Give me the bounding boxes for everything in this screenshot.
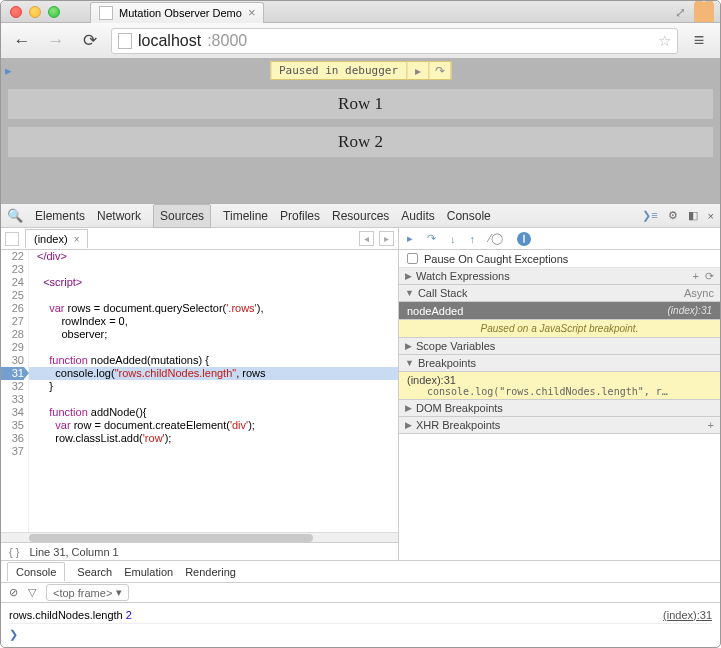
navigator-icon[interactable]	[5, 232, 19, 246]
url-host: localhost	[138, 32, 201, 50]
devtools-tabbar: 🔍 Elements Network Sources Timeline Prof…	[1, 204, 720, 228]
chevron-right-icon: ▶	[405, 341, 412, 351]
tab-audits[interactable]: Audits	[401, 209, 434, 223]
breakpoints-header[interactable]: ▼ Breakpoints	[399, 355, 720, 372]
devtools: 🔍 Elements Network Sources Timeline Prof…	[1, 203, 720, 645]
refresh-watch-icon[interactable]: ⟳	[705, 270, 714, 283]
page-viewport: ▸ Paused in debugger ▸ ↷ Row 1 Row 2	[1, 59, 720, 203]
browser-tab[interactable]: Mutation Observer Demo ×	[90, 2, 264, 23]
menu-button[interactable]: ≡	[686, 28, 712, 54]
line-gutter[interactable]: 22232425262728293031323334353637	[1, 250, 29, 532]
expand-window-icon[interactable]: ⤢	[675, 5, 686, 20]
close-tab-icon[interactable]: ×	[248, 5, 256, 20]
chevron-down-icon: ▾	[116, 586, 122, 599]
tab-timeline[interactable]: Timeline	[223, 209, 268, 223]
back-button[interactable]: ←	[9, 28, 35, 54]
tab-profiles[interactable]: Profiles	[280, 209, 320, 223]
next-icon[interactable]: ▸	[379, 231, 394, 246]
horizontal-scrollbar[interactable]	[1, 532, 398, 542]
breakpoint-code: console.log("rows.childNodes.length", r…	[407, 386, 712, 397]
step-out-icon[interactable]: ↑	[470, 233, 476, 245]
code-editor[interactable]: 22232425262728293031323334353637 </div> …	[1, 250, 398, 532]
drawer-tab-console[interactable]: Console	[7, 562, 65, 581]
xhr-breakpoints-header[interactable]: ▶ XHR Breakpoints +	[399, 417, 720, 434]
chevron-down-icon: ▼	[405, 288, 414, 298]
paused-reason: Paused on a JavaScript breakpoint.	[399, 320, 720, 338]
zoom-window-button[interactable]	[48, 6, 60, 18]
page-row: Row 2	[8, 127, 713, 157]
step-into-icon[interactable]: ↓	[450, 233, 456, 245]
tab-elements[interactable]: Elements	[35, 209, 85, 223]
callstack-header[interactable]: ▼ Call Stack Async	[399, 285, 720, 302]
reload-button[interactable]: ⟳	[77, 28, 103, 54]
breakpoint-location: (index):31	[407, 374, 456, 386]
source-tabbar: (index) × ◂ ▸	[1, 228, 398, 250]
prev-icon[interactable]: ◂	[359, 231, 374, 246]
bookmark-icon[interactable]: ☆	[658, 32, 671, 50]
drawer-tab-emulation[interactable]: Emulation	[124, 566, 173, 578]
add-watch-icon[interactable]: +	[693, 270, 699, 283]
resume-overlay-icon[interactable]: ▸	[5, 63, 21, 75]
minimize-window-button[interactable]	[29, 6, 41, 18]
pretty-print-icon[interactable]: { }	[9, 546, 19, 558]
traffic-lights	[1, 6, 60, 18]
chevron-right-icon: ▶	[405, 420, 412, 430]
page-row: Row 1	[8, 89, 713, 119]
callstack-frame-active[interactable]: nodeAdded (index):31	[399, 302, 720, 320]
dom-breakpoints-header[interactable]: ▶ DOM Breakpoints	[399, 400, 720, 417]
source-file-tab[interactable]: (index) ×	[25, 229, 88, 248]
forward-button[interactable]: →	[43, 28, 69, 54]
pause-caught-checkbox[interactable]	[407, 253, 418, 264]
stack-frame-location: (index):31	[668, 305, 712, 316]
pause-message: Paused in debugger	[270, 61, 407, 80]
drawer-tab-search[interactable]: Search	[77, 566, 112, 578]
cursor-position: Line 31, Column 1	[29, 546, 118, 558]
debugger-sidebar: ▸ ↷ ↓ ↑ ⁄◯ ∥ Pause On Caught Exceptions …	[399, 228, 720, 560]
pause-caught-label: Pause On Caught Exceptions	[424, 253, 568, 265]
pause-caught-row[interactable]: Pause On Caught Exceptions	[399, 250, 720, 268]
extension-icon[interactable]	[694, 2, 714, 22]
source-file-name: (index)	[34, 233, 68, 245]
resume-icon[interactable]: ▸	[407, 232, 413, 245]
add-xhr-icon[interactable]: +	[708, 419, 714, 431]
stack-frame-name: nodeAdded	[407, 305, 463, 317]
banner-resume-button[interactable]: ▸	[407, 61, 429, 80]
tab-console[interactable]: Console	[447, 209, 491, 223]
console-toolbar: ⊘ ▽ <top frame> ▾	[1, 583, 720, 603]
banner-step-button[interactable]: ↷	[429, 61, 451, 80]
close-devtools-icon[interactable]: ×	[708, 210, 714, 222]
window-titlebar: Mutation Observer Demo × ⤢	[1, 1, 720, 23]
tab-title: Mutation Observer Demo	[119, 7, 242, 19]
drawer-tab-rendering[interactable]: Rendering	[185, 566, 236, 578]
tab-resources[interactable]: Resources	[332, 209, 389, 223]
tab-sources[interactable]: Sources	[153, 204, 211, 228]
console-log-line: rows.childNodes.length 2 (index):31	[9, 607, 712, 624]
url-port: :8000	[207, 32, 247, 50]
filter-icon[interactable]: ▽	[28, 586, 36, 599]
console-prompt[interactable]: ❯	[9, 624, 712, 641]
scope-header[interactable]: ▶ Scope Variables	[399, 338, 720, 355]
chevron-right-icon: ▶	[405, 403, 412, 413]
tab-network[interactable]: Network	[97, 209, 141, 223]
deactivate-breakpoints-icon[interactable]: ⁄◯	[489, 232, 503, 245]
watch-header[interactable]: ▶ Watch Expressions +⟳	[399, 268, 720, 285]
step-over-icon[interactable]: ↷	[427, 232, 436, 245]
pause-exceptions-icon[interactable]: ∥	[517, 232, 531, 246]
pause-banner: Paused in debugger ▸ ↷	[270, 61, 451, 80]
site-icon	[118, 33, 132, 49]
inspect-icon[interactable]: 🔍	[7, 208, 23, 223]
breakpoint-item[interactable]: (index):31 console.log("rows.childNodes.…	[399, 372, 720, 400]
toggle-drawer-icon[interactable]: ❯≡	[642, 209, 657, 222]
dock-icon[interactable]: ◧	[688, 209, 698, 222]
console-source-link[interactable]: (index):31	[663, 609, 712, 621]
clear-console-icon[interactable]: ⊘	[9, 586, 18, 599]
frame-selector[interactable]: <top frame> ▾	[46, 584, 129, 601]
url-bar[interactable]: localhost:8000 ☆	[111, 28, 678, 54]
console-output: rows.childNodes.length 2 (index):31 ❯	[1, 603, 720, 645]
close-file-icon[interactable]: ×	[74, 234, 80, 245]
close-window-button[interactable]	[10, 6, 22, 18]
nav-toolbar: ← → ⟳ localhost:8000 ☆ ≡	[1, 23, 720, 59]
settings-icon[interactable]: ⚙	[668, 209, 678, 222]
code-lines: </div> <script> var rows = document.quer…	[29, 250, 398, 532]
cursor-status: { } Line 31, Column 1	[1, 542, 398, 560]
